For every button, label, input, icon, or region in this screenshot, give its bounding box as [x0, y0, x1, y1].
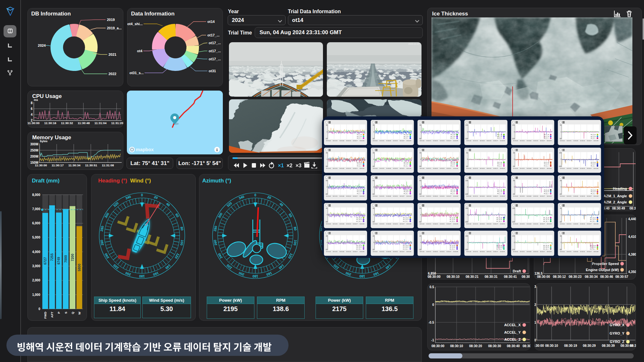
svg-text:20: 20 — [267, 195, 272, 200]
svg-text:16:56:16: 16:56:16 — [346, 196, 351, 197]
svg-text:16:56:06: 16:56:06 — [573, 251, 578, 252]
svg-text:UK_12_C: UK_12_C — [450, 220, 455, 222]
svg-text:16:55:44: 16:55:44 — [420, 251, 424, 252]
svg-text:-100: -100 — [465, 138, 468, 140]
svg-text:200: 200 — [465, 208, 468, 209]
svg-text:16:56:06: 16:56:06 — [433, 223, 438, 225]
svg-text:3,000: 3,000 — [32, 264, 40, 268]
svg-text:16:56:16: 16:56:16 — [533, 251, 538, 252]
svg-text:16:56:27: 16:56:27 — [446, 168, 451, 169]
svg-text:16:56:16: 16:56:16 — [487, 140, 491, 142]
svg-text:RK_8_C: RK_8_C — [544, 193, 549, 194]
svg-text:340: 340 — [238, 195, 245, 200]
svg-text:16:56:27: 16:56:27 — [446, 251, 451, 252]
svg-text:16:56:16: 16:56:16 — [440, 251, 445, 252]
svg-text:-20: -20 — [559, 221, 562, 223]
svg-text:16:56:38: 16:56:38 — [360, 168, 365, 169]
svg-text:16:56:06: 16:56:06 — [480, 196, 485, 197]
svg-text:16:56:06: 16:56:06 — [480, 251, 485, 252]
svg-text:16:56:27: 16:56:27 — [493, 223, 498, 225]
svg-text:16:56:38: 16:56:38 — [406, 168, 411, 169]
svg-text:16:56:16: 16:56:16 — [533, 140, 538, 142]
svg-text:260: 260 — [99, 240, 104, 246]
svg-text:-20: -20 — [419, 249, 421, 250]
svg-text:8,000: 8,000 — [32, 193, 40, 197]
svg-text:16:55:55: 16:55:55 — [567, 251, 572, 252]
svg-text:30: 30 — [326, 124, 328, 126]
svg-text:16:55:44: 16:55:44 — [513, 168, 518, 169]
svg-text:16:55:44: 16:55:44 — [466, 251, 471, 252]
svg-text:UK_5_A: UK_5_A — [403, 161, 408, 163]
svg-text:16:55:55: 16:55:55 — [333, 251, 337, 252]
svg-text:08:30:5: 08:30:5 — [630, 344, 636, 347]
svg-text:RK_6_A: RK_6_A — [591, 161, 596, 163]
svg-text:16:56:38: 16:56:38 — [453, 196, 458, 197]
svg-text:08:30:39: 08:30:39 — [602, 344, 615, 347]
svg-text:RK_1_C: RK_1_C — [497, 137, 502, 139]
svg-text:RK_7_A: RK_7_A — [497, 189, 502, 191]
svg-text:16:56:27: 16:56:27 — [493, 140, 498, 142]
svg-text:160: 160 — [266, 271, 273, 277]
svg-text:16:56:06: 16:56:06 — [526, 140, 531, 142]
svg-text:RK_5_A: RK_5_A — [544, 161, 549, 163]
svg-text:16:56:38: 16:56:38 — [360, 196, 365, 197]
svg-text:ot31_s...: ot31_s... — [129, 71, 144, 75]
svg-text:GYRO_X: GYRO_X — [610, 323, 625, 327]
svg-text:20: 20 — [560, 180, 562, 181]
svg-text:ACCEL_Y: ACCEL_Y — [504, 330, 521, 334]
svg-text:20: 20 — [560, 208, 562, 209]
svg-text:160: 160 — [373, 271, 380, 277]
svg-text:16:56:27: 16:56:27 — [540, 223, 545, 225]
svg-text:16:56:27: 16:56:27 — [353, 223, 358, 225]
svg-text:16:55:44: 16:55:44 — [420, 223, 424, 225]
svg-text:08:30:5: 08:30:5 — [630, 207, 636, 210]
svg-text:16:55:55: 16:55:55 — [567, 196, 572, 197]
svg-text:UK_1_B: UK_1_B — [357, 136, 362, 137]
svg-text:7,000: 7,000 — [32, 207, 40, 211]
svg-text:08:30:51: 08:30:51 — [522, 275, 530, 279]
svg-text:RK_5_B: RK_5_B — [544, 163, 549, 165]
svg-text:16:56:06: 16:56:06 — [573, 140, 578, 142]
svg-text:16:56:38: 16:56:38 — [453, 223, 458, 225]
svg-text:11:30:00: 11:30:00 — [35, 163, 47, 167]
svg-text:150: 150 — [512, 124, 515, 126]
svg-text:16:55:44: 16:55:44 — [513, 196, 518, 197]
svg-text:16:56:16: 16:56:16 — [346, 140, 351, 142]
svg-text:16:56:06: 16:56:06 — [480, 140, 485, 142]
svg-text:UK_9_B: UK_9_B — [450, 191, 455, 192]
svg-text:UK_3_B: UK_3_B — [450, 136, 455, 137]
svg-text:16:56:38: 16:56:38 — [453, 168, 458, 169]
svg-text:16:55:55: 16:55:55 — [333, 168, 337, 169]
svg-text:16:55:44: 16:55:44 — [420, 168, 424, 169]
svg-text:16:56:16: 16:56:16 — [487, 223, 491, 225]
svg-text:ACCEL_X: ACCEL_X — [504, 323, 521, 327]
svg-text:16:56:16: 16:56:16 — [346, 251, 351, 252]
svg-text:16:56:38: 16:56:38 — [406, 140, 411, 142]
svg-text:30: 30 — [560, 235, 562, 237]
svg-text:16:55:44: 16:55:44 — [466, 223, 471, 225]
svg-text:16:56:27: 16:56:27 — [493, 196, 498, 197]
svg-text:2019_a...: 2019_a... — [107, 26, 122, 30]
svg-text:11:30:32: 11:30:32 — [61, 121, 73, 125]
svg-text:-0.5: -0.5 — [429, 321, 434, 324]
svg-text:80: 80 — [293, 226, 298, 231]
svg-text:RK_8_A: RK_8_A — [544, 189, 549, 191]
svg-text:16:55:55: 16:55:55 — [333, 223, 337, 225]
svg-text:UK_9_C: UK_9_C — [450, 193, 455, 194]
svg-text:RK_9_A: RK_9_A — [591, 189, 596, 191]
svg-text:0.5: 0.5 — [430, 285, 434, 289]
svg-text:16:56:06: 16:56:06 — [526, 196, 531, 197]
svg-text:AZM_2_Angle: AZM_2_Angle — [603, 200, 627, 204]
svg-text:16:56:16: 16:56:16 — [346, 168, 351, 169]
svg-text:180: 180 — [252, 274, 258, 278]
svg-text:16:56:27: 16:56:27 — [493, 168, 498, 169]
svg-text:RK_3_A: RK_3_A — [591, 134, 596, 135]
svg-text:16:55:55: 16:55:55 — [426, 140, 431, 142]
svg-text:16:55:55: 16:55:55 — [426, 196, 431, 197]
svg-text:1,000: 1,000 — [32, 293, 40, 297]
svg-text:0: 0 — [254, 193, 256, 197]
svg-text:08:30:12: 08:30:12 — [553, 275, 566, 279]
svg-text:16:56:16: 16:56:16 — [393, 251, 398, 252]
svg-text:16:56:38: 16:56:38 — [500, 168, 505, 169]
svg-text:6749: 6749 — [57, 257, 61, 265]
